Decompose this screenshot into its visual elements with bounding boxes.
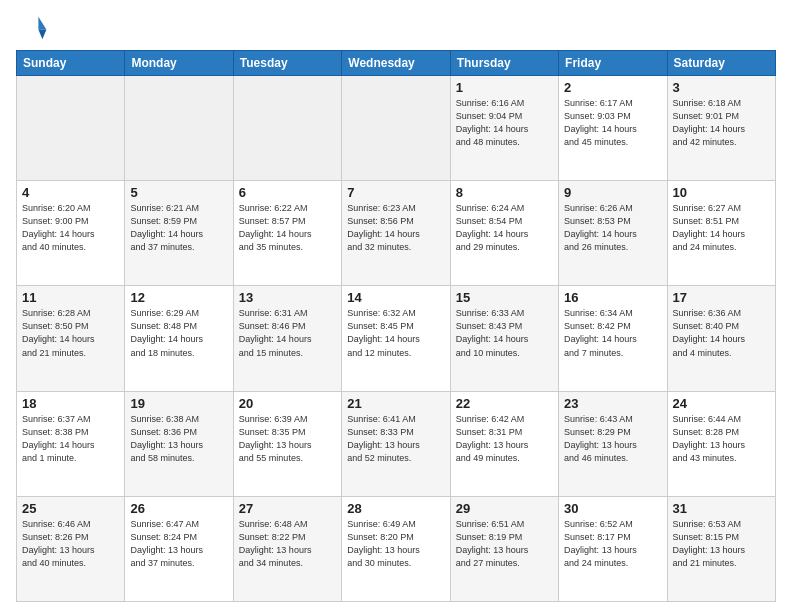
calendar-day-cell: 15Sunrise: 6:33 AM Sunset: 8:43 PM Dayli…	[450, 286, 558, 391]
calendar-day-cell: 31Sunrise: 6:53 AM Sunset: 8:15 PM Dayli…	[667, 496, 775, 601]
day-info: Sunrise: 6:43 AM Sunset: 8:29 PM Dayligh…	[564, 413, 661, 465]
calendar-day-cell: 5Sunrise: 6:21 AM Sunset: 8:59 PM Daylig…	[125, 181, 233, 286]
day-info: Sunrise: 6:39 AM Sunset: 8:35 PM Dayligh…	[239, 413, 336, 465]
calendar-day-cell: 11Sunrise: 6:28 AM Sunset: 8:50 PM Dayli…	[17, 286, 125, 391]
day-number: 7	[347, 185, 444, 200]
day-info: Sunrise: 6:42 AM Sunset: 8:31 PM Dayligh…	[456, 413, 553, 465]
calendar-day-cell: 3Sunrise: 6:18 AM Sunset: 9:01 PM Daylig…	[667, 76, 775, 181]
calendar-day-cell	[125, 76, 233, 181]
day-number: 12	[130, 290, 227, 305]
day-number: 25	[22, 501, 119, 516]
svg-marker-0	[38, 17, 46, 30]
calendar-day-cell	[342, 76, 450, 181]
day-info: Sunrise: 6:31 AM Sunset: 8:46 PM Dayligh…	[239, 307, 336, 359]
calendar-day-cell: 19Sunrise: 6:38 AM Sunset: 8:36 PM Dayli…	[125, 391, 233, 496]
weekday-header-cell: Wednesday	[342, 51, 450, 76]
calendar-day-cell: 1Sunrise: 6:16 AM Sunset: 9:04 PM Daylig…	[450, 76, 558, 181]
day-info: Sunrise: 6:34 AM Sunset: 8:42 PM Dayligh…	[564, 307, 661, 359]
calendar-body: 1Sunrise: 6:16 AM Sunset: 9:04 PM Daylig…	[17, 76, 776, 602]
header	[16, 12, 776, 44]
day-number: 14	[347, 290, 444, 305]
day-info: Sunrise: 6:17 AM Sunset: 9:03 PM Dayligh…	[564, 97, 661, 149]
calendar-table: SundayMondayTuesdayWednesdayThursdayFrid…	[16, 50, 776, 602]
day-info: Sunrise: 6:51 AM Sunset: 8:19 PM Dayligh…	[456, 518, 553, 570]
weekday-header-cell: Friday	[559, 51, 667, 76]
day-number: 11	[22, 290, 119, 305]
calendar-day-cell: 10Sunrise: 6:27 AM Sunset: 8:51 PM Dayli…	[667, 181, 775, 286]
day-number: 30	[564, 501, 661, 516]
day-number: 10	[673, 185, 770, 200]
day-info: Sunrise: 6:47 AM Sunset: 8:24 PM Dayligh…	[130, 518, 227, 570]
day-number: 24	[673, 396, 770, 411]
day-info: Sunrise: 6:38 AM Sunset: 8:36 PM Dayligh…	[130, 413, 227, 465]
day-number: 2	[564, 80, 661, 95]
day-info: Sunrise: 6:16 AM Sunset: 9:04 PM Dayligh…	[456, 97, 553, 149]
day-info: Sunrise: 6:22 AM Sunset: 8:57 PM Dayligh…	[239, 202, 336, 254]
day-number: 23	[564, 396, 661, 411]
day-info: Sunrise: 6:49 AM Sunset: 8:20 PM Dayligh…	[347, 518, 444, 570]
calendar-day-cell: 12Sunrise: 6:29 AM Sunset: 8:48 PM Dayli…	[125, 286, 233, 391]
calendar-day-cell: 17Sunrise: 6:36 AM Sunset: 8:40 PM Dayli…	[667, 286, 775, 391]
logo	[16, 12, 52, 44]
day-number: 20	[239, 396, 336, 411]
calendar-day-cell: 26Sunrise: 6:47 AM Sunset: 8:24 PM Dayli…	[125, 496, 233, 601]
calendar-day-cell: 18Sunrise: 6:37 AM Sunset: 8:38 PM Dayli…	[17, 391, 125, 496]
weekday-header-cell: Sunday	[17, 51, 125, 76]
day-number: 5	[130, 185, 227, 200]
calendar-day-cell: 4Sunrise: 6:20 AM Sunset: 9:00 PM Daylig…	[17, 181, 125, 286]
weekday-header-cell: Monday	[125, 51, 233, 76]
calendar-day-cell	[233, 76, 341, 181]
day-info: Sunrise: 6:52 AM Sunset: 8:17 PM Dayligh…	[564, 518, 661, 570]
day-info: Sunrise: 6:27 AM Sunset: 8:51 PM Dayligh…	[673, 202, 770, 254]
calendar-week-row: 1Sunrise: 6:16 AM Sunset: 9:04 PM Daylig…	[17, 76, 776, 181]
day-info: Sunrise: 6:18 AM Sunset: 9:01 PM Dayligh…	[673, 97, 770, 149]
calendar-day-cell: 27Sunrise: 6:48 AM Sunset: 8:22 PM Dayli…	[233, 496, 341, 601]
weekday-header-cell: Saturday	[667, 51, 775, 76]
day-info: Sunrise: 6:26 AM Sunset: 8:53 PM Dayligh…	[564, 202, 661, 254]
day-number: 26	[130, 501, 227, 516]
calendar-day-cell: 9Sunrise: 6:26 AM Sunset: 8:53 PM Daylig…	[559, 181, 667, 286]
day-number: 28	[347, 501, 444, 516]
day-number: 17	[673, 290, 770, 305]
calendar-day-cell: 29Sunrise: 6:51 AM Sunset: 8:19 PM Dayli…	[450, 496, 558, 601]
day-number: 16	[564, 290, 661, 305]
calendar-day-cell: 28Sunrise: 6:49 AM Sunset: 8:20 PM Dayli…	[342, 496, 450, 601]
day-info: Sunrise: 6:20 AM Sunset: 9:00 PM Dayligh…	[22, 202, 119, 254]
day-number: 22	[456, 396, 553, 411]
calendar-day-cell: 21Sunrise: 6:41 AM Sunset: 8:33 PM Dayli…	[342, 391, 450, 496]
svg-marker-1	[38, 30, 46, 40]
day-info: Sunrise: 6:29 AM Sunset: 8:48 PM Dayligh…	[130, 307, 227, 359]
calendar-day-cell: 8Sunrise: 6:24 AM Sunset: 8:54 PM Daylig…	[450, 181, 558, 286]
day-info: Sunrise: 6:41 AM Sunset: 8:33 PM Dayligh…	[347, 413, 444, 465]
day-number: 31	[673, 501, 770, 516]
weekday-header-row: SundayMondayTuesdayWednesdayThursdayFrid…	[17, 51, 776, 76]
calendar-day-cell: 23Sunrise: 6:43 AM Sunset: 8:29 PM Dayli…	[559, 391, 667, 496]
calendar-day-cell: 30Sunrise: 6:52 AM Sunset: 8:17 PM Dayli…	[559, 496, 667, 601]
day-info: Sunrise: 6:28 AM Sunset: 8:50 PM Dayligh…	[22, 307, 119, 359]
day-number: 15	[456, 290, 553, 305]
day-info: Sunrise: 6:46 AM Sunset: 8:26 PM Dayligh…	[22, 518, 119, 570]
weekday-header-cell: Thursday	[450, 51, 558, 76]
day-info: Sunrise: 6:33 AM Sunset: 8:43 PM Dayligh…	[456, 307, 553, 359]
calendar-day-cell: 25Sunrise: 6:46 AM Sunset: 8:26 PM Dayli…	[17, 496, 125, 601]
calendar-week-row: 18Sunrise: 6:37 AM Sunset: 8:38 PM Dayli…	[17, 391, 776, 496]
day-number: 29	[456, 501, 553, 516]
day-info: Sunrise: 6:53 AM Sunset: 8:15 PM Dayligh…	[673, 518, 770, 570]
day-info: Sunrise: 6:37 AM Sunset: 8:38 PM Dayligh…	[22, 413, 119, 465]
day-info: Sunrise: 6:32 AM Sunset: 8:45 PM Dayligh…	[347, 307, 444, 359]
weekday-header-cell: Tuesday	[233, 51, 341, 76]
day-info: Sunrise: 6:36 AM Sunset: 8:40 PM Dayligh…	[673, 307, 770, 359]
calendar-day-cell: 20Sunrise: 6:39 AM Sunset: 8:35 PM Dayli…	[233, 391, 341, 496]
day-number: 13	[239, 290, 336, 305]
day-info: Sunrise: 6:23 AM Sunset: 8:56 PM Dayligh…	[347, 202, 444, 254]
logo-icon	[16, 12, 48, 44]
calendar-week-row: 4Sunrise: 6:20 AM Sunset: 9:00 PM Daylig…	[17, 181, 776, 286]
page: SundayMondayTuesdayWednesdayThursdayFrid…	[0, 0, 792, 612]
calendar-day-cell: 14Sunrise: 6:32 AM Sunset: 8:45 PM Dayli…	[342, 286, 450, 391]
calendar-day-cell: 2Sunrise: 6:17 AM Sunset: 9:03 PM Daylig…	[559, 76, 667, 181]
calendar-day-cell	[17, 76, 125, 181]
day-number: 21	[347, 396, 444, 411]
day-info: Sunrise: 6:44 AM Sunset: 8:28 PM Dayligh…	[673, 413, 770, 465]
calendar-day-cell: 6Sunrise: 6:22 AM Sunset: 8:57 PM Daylig…	[233, 181, 341, 286]
day-number: 18	[22, 396, 119, 411]
